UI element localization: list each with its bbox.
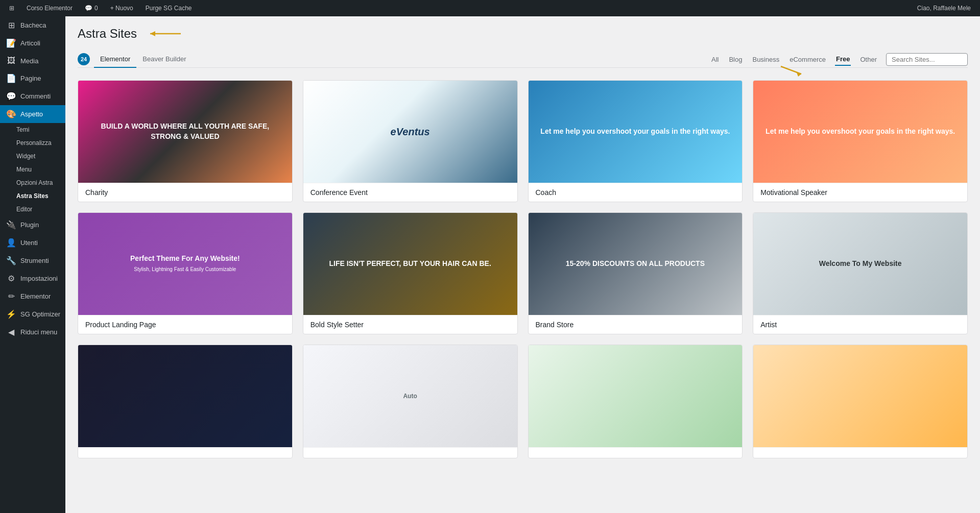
sidebar-item-pagine[interactable]: 📄 Pagine xyxy=(0,69,65,87)
sidebar-sub-menu[interactable]: Menu xyxy=(0,163,65,176)
site-thumb-conference: eVentus xyxy=(303,81,517,183)
sidebar-item-strumenti[interactable]: 🔧 Strumenti xyxy=(0,252,65,270)
sidebar-item-media[interactable]: 🖼 Media xyxy=(0,52,65,69)
site-card-charity[interactable]: BUILD A WORLD WHERE ALL YOUTH ARE SAFE, … xyxy=(78,80,293,202)
site-card-bottom2[interactable]: Auto xyxy=(303,345,518,458)
site-label-brand: Brand Store xyxy=(529,315,743,334)
sidebar-sub-astra-sites[interactable]: Astra Sites xyxy=(0,189,65,203)
filter-bar: All Blog Business eCommerce Free Other xyxy=(710,53,968,66)
sg-optimizer-icon: ⚡ xyxy=(6,309,16,319)
sidebar-sub-personalizza[interactable]: Personalizza xyxy=(0,136,65,150)
users-icon: 👤 xyxy=(6,238,16,248)
new-button[interactable]: + Nuovo xyxy=(105,0,138,16)
sidebar-item-impostazioni[interactable]: ⚙ Impostazioni xyxy=(0,270,65,287)
topbar: ⊞ Corso Elementor 💬 0 + Nuovo Purge SG C… xyxy=(0,0,980,16)
site-thumb-bottom3 xyxy=(529,345,743,447)
tab-elementor[interactable]: Elementor xyxy=(94,51,136,68)
site-card-bottom3[interactable] xyxy=(528,345,743,458)
site-card-bottom4[interactable] xyxy=(753,345,968,458)
site-label-bottom1 xyxy=(78,447,292,458)
site-thumb-charity: BUILD A WORLD WHERE ALL YOUTH ARE SAFE, … xyxy=(78,81,292,183)
topbar-right: Ciao, Raffaele Mele xyxy=(912,0,976,16)
sidebar-item-riduci-menu[interactable]: ◀ Riduci menu xyxy=(0,323,65,341)
sidebar: ⊞ Bacheca 📝 Articoli 🖼 Media 📄 Pagine 💬 … xyxy=(0,16,65,513)
filter-all[interactable]: All xyxy=(710,54,720,65)
sidebar-item-utenti[interactable]: 👤 Utenti xyxy=(0,234,65,252)
site-card-product[interactable]: Perfect Theme For Any Website!Stylish, L… xyxy=(78,212,293,334)
site-thumb-brand: 15-20% DISCOUNTS ON ALL PRODUCTS xyxy=(529,213,743,315)
site-card-brand[interactable]: 15-20% DISCOUNTS ON ALL PRODUCTS Brand S… xyxy=(528,212,743,334)
site-thumb-artist: Welcome To My Website xyxy=(753,213,967,315)
right-arrow-annotation xyxy=(776,61,806,77)
sites-grid: BUILD A WORLD WHERE ALL YOUTH ARE SAFE, … xyxy=(78,80,968,458)
site-thumb-bottom1 xyxy=(78,345,292,447)
site-card-artist[interactable]: Welcome To My Website Artist xyxy=(753,212,968,334)
plugin-icon: 🔌 xyxy=(6,220,16,230)
filter-free[interactable]: Free xyxy=(835,53,851,66)
sidebar-sub-editor[interactable]: Editor xyxy=(0,203,65,216)
site-card-motivational[interactable]: Let me help you overshoot your goals in … xyxy=(753,80,968,202)
filter-other[interactable]: Other xyxy=(859,54,878,65)
search-input[interactable] xyxy=(886,53,968,66)
sidebar-item-label: Utenti xyxy=(20,239,38,247)
tab-beaver-builder[interactable]: Beaver Builder xyxy=(136,51,192,68)
dashboard-icon: ⊞ xyxy=(6,20,16,30)
sidebar-item-elementor[interactable]: ✏ Elementor xyxy=(0,287,65,305)
sidebar-item-label: Impostazioni xyxy=(20,275,58,282)
sidebar-item-bacheca[interactable]: ⊞ Bacheca xyxy=(0,16,65,34)
wp-logo[interactable]: ⊞ xyxy=(4,0,19,16)
site-label-coach: Coach xyxy=(529,183,743,202)
site-label-conference: Conference Event xyxy=(303,183,517,202)
sidebar-item-label: Media xyxy=(20,57,38,65)
tab-badge: 24 xyxy=(78,53,90,65)
posts-icon: 📝 xyxy=(6,38,16,48)
site-label-artist: Artist xyxy=(753,315,967,334)
site-thumb-bold: LIFE ISN'T PERFECT, BUT YOUR HAIR CAN BE… xyxy=(303,213,517,315)
sidebar-item-commenti[interactable]: 💬 Commenti xyxy=(0,87,65,105)
site-label-motivational: Motivational Speaker xyxy=(753,183,967,202)
tools-icon: 🔧 xyxy=(6,256,16,265)
sidebar-item-aspetto[interactable]: 🎨 Aspetto xyxy=(0,105,65,123)
comments-icon: 💬 xyxy=(6,91,16,101)
filter-blog[interactable]: Blog xyxy=(728,54,743,65)
site-label-product: Product Landing Page xyxy=(78,315,292,334)
user-greeting[interactable]: Ciao, Raffaele Mele xyxy=(912,0,976,16)
sidebar-item-label: Elementor xyxy=(20,292,51,300)
sidebar-item-label: Commenti xyxy=(20,92,51,100)
app-body: ⊞ Bacheca 📝 Articoli 🖼 Media 📄 Pagine 💬 … xyxy=(0,16,980,513)
sidebar-item-articoli[interactable]: 📝 Articoli xyxy=(0,34,65,52)
purge-button[interactable]: Purge SG Cache xyxy=(140,0,197,16)
site-label-bottom3 xyxy=(529,447,743,458)
sidebar-item-label: Articoli xyxy=(20,39,40,47)
sidebar-sub-temi[interactable]: Temi xyxy=(0,123,65,136)
sidebar-item-plugin[interactable]: 🔌 Plugin xyxy=(0,216,65,234)
comments-icon-topbar[interactable]: 💬 0 xyxy=(80,0,103,16)
sidebar-sub-opzioni-astra[interactable]: Opzioni Astra xyxy=(0,176,65,189)
site-name[interactable]: Corso Elementor xyxy=(21,0,78,16)
svg-marker-3 xyxy=(796,71,801,77)
site-thumb-coach: Let me help you overshoot your goals in … xyxy=(529,81,743,183)
sidebar-item-label: Pagine xyxy=(20,75,41,82)
svg-marker-1 xyxy=(150,31,155,36)
main-content: Astra Sites 24 Elementor Beaver Builder … xyxy=(65,16,980,513)
sidebar-item-label: Aspetto xyxy=(20,110,43,118)
sidebar-item-label: SG Optimizer xyxy=(20,310,60,318)
site-thumb-product: Perfect Theme For Any Website!Stylish, L… xyxy=(78,213,292,315)
media-icon: 🖼 xyxy=(6,56,16,65)
settings-icon: ⚙ xyxy=(6,274,16,283)
site-card-bold[interactable]: LIFE ISN'T PERFECT, BUT YOUR HAIR CAN BE… xyxy=(303,212,518,334)
tabs-row: 24 Elementor Beaver Builder All Blog Bus… xyxy=(78,51,968,68)
site-label-bold: Bold Style Setter xyxy=(303,315,517,334)
pages-icon: 📄 xyxy=(6,74,16,83)
page-title-row: Astra Sites xyxy=(78,27,968,41)
sidebar-item-sg-optimizer[interactable]: ⚡ SG Optimizer xyxy=(0,305,65,323)
appearance-icon: 🎨 xyxy=(6,109,16,119)
site-label-bottom4 xyxy=(753,447,967,458)
left-arrow-annotation xyxy=(145,29,186,39)
site-card-coach[interactable]: Let me help you overshoot your goals in … xyxy=(528,80,743,202)
sidebar-item-label: Riduci menu xyxy=(20,328,57,336)
sidebar-sub-widget[interactable]: Widget xyxy=(0,150,65,163)
page-title: Astra Sites xyxy=(78,27,137,41)
site-card-conference[interactable]: eVentus Conference Event xyxy=(303,80,518,202)
site-card-bottom1[interactable] xyxy=(78,345,293,458)
